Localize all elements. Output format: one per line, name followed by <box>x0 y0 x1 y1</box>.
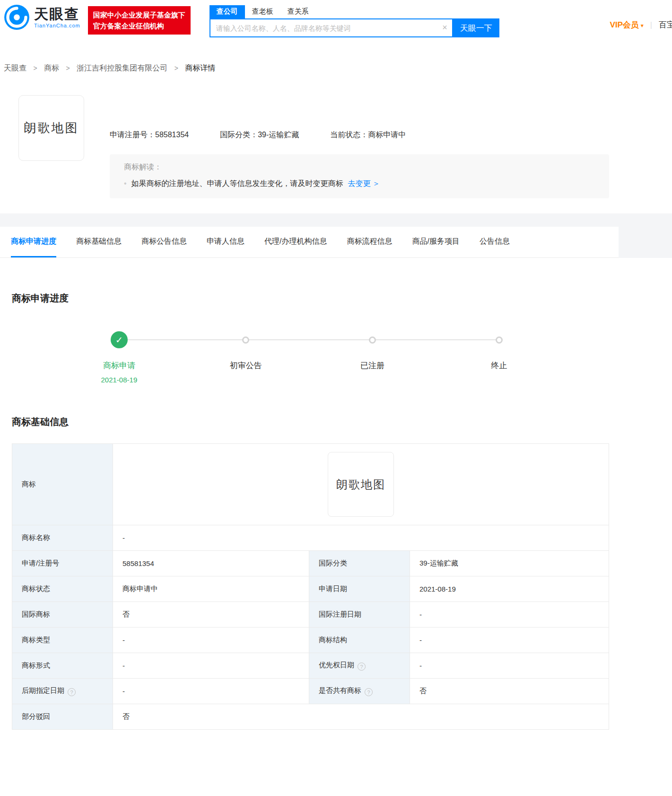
breadcrumb-separator: > <box>175 64 178 72</box>
info-label: 申请/注册号 <box>12 551 113 576</box>
info-label: 国际分类 <box>309 551 410 576</box>
table-row: 国际商标 否 国际注册日期 - <box>12 602 609 628</box>
tianyancha-logo-icon <box>4 4 30 30</box>
tab-agency-info[interactable]: 代理/办理机构信息 <box>264 227 327 257</box>
help-icon[interactable]: ? <box>365 688 373 696</box>
trademark-image[interactable]: 朗歌地图 <box>18 95 84 161</box>
info-value: 否 <box>113 602 309 628</box>
breadcrumb-current: 商标详情 <box>185 64 215 72</box>
bullet-icon: • <box>124 179 127 187</box>
clear-search-icon[interactable]: × <box>442 23 447 33</box>
vip-member-link[interactable]: VIP会员▾ <box>610 19 643 30</box>
table-row: 商标名称 - <box>12 525 609 551</box>
search-area: 查公司 查老板 查关系 × 天眼一下 <box>209 5 499 37</box>
search-button[interactable]: 天眼一下 <box>453 18 499 37</box>
info-value: - <box>410 628 609 653</box>
info-value: - <box>113 653 309 679</box>
detail-tabs: 商标申请进度 商标基础信息 商标公告信息 申请人信息 代理/办理机构信息 商标流… <box>0 227 619 258</box>
toolbox-link[interactable]: 百宝 <box>659 19 672 30</box>
table-row: 申请/注册号 58581354 国际分类 39-运输贮藏 <box>12 551 609 576</box>
timeline-step-application: ✓ 商标申请 2021-08-19 <box>56 331 183 384</box>
tab-application-progress[interactable]: 商标申请进度 <box>11 227 56 257</box>
header-divider: | <box>650 21 652 29</box>
logo-subtitle: TianYanCha.com <box>34 23 80 28</box>
info-value: - <box>410 653 609 679</box>
progress-timeline: ✓ 商标申请 2021-08-19 初审公告 已注册 终止 <box>56 331 562 384</box>
info-label: 商标形式 <box>12 653 113 679</box>
breadcrumb-home[interactable]: 天眼查 <box>4 64 26 72</box>
info-value: 否 <box>113 704 609 730</box>
info-label: 部分驳回 <box>12 704 113 730</box>
info-value: 58581354 <box>113 551 309 576</box>
table-row: 商标形式 - 优先权日期? - <box>12 653 609 679</box>
field-registration-number: 申请注册号：58581354 <box>110 130 189 140</box>
trademark-summary: 朗歌地图 申请注册号：58581354 国际分类：39-运输贮藏 当前状态：商标… <box>0 95 672 198</box>
info-label: 优先权日期? <box>309 653 410 679</box>
info-label: 国际商标 <box>12 602 113 628</box>
badge-line-1: 国家中小企业发展子基金旗下 <box>93 9 185 20</box>
timeline-step-registered: 已注册 <box>309 331 436 384</box>
tabstrip-background: 商标申请进度 商标基础信息 商标公告信息 申请人信息 代理/办理机构信息 商标流… <box>0 213 672 258</box>
tab-process-info[interactable]: 商标流程信息 <box>347 227 392 257</box>
info-label: 申请日期 <box>309 576 410 602</box>
search-tab-boss[interactable]: 查老板 <box>245 5 280 18</box>
tab-applicant-info[interactable]: 申请人信息 <box>207 227 244 257</box>
info-label: 商标 <box>12 444 113 525</box>
step-date: 2021-08-19 <box>101 376 138 384</box>
change-trademark-link[interactable]: 去变更＞ <box>348 179 380 187</box>
table-row: 部分驳回 否 <box>12 704 609 730</box>
search-bar: × 天眼一下 <box>209 18 499 37</box>
main-content: 商标申请进度 ✓ 商标申请 2021-08-19 初审公告 已注册 终止 <box>0 292 672 768</box>
breadcrumb-separator: > <box>66 64 70 72</box>
table-row: 后期指定日期? - 是否共有商标? 否 <box>12 679 609 704</box>
pending-circle-icon <box>242 336 249 344</box>
trademark-image-text: 朗歌地图 <box>24 120 79 136</box>
tab-goods-services[interactable]: 商品/服务项目 <box>412 227 459 257</box>
info-value: - <box>113 679 309 704</box>
table-row: 商标类型 - 商标结构 - <box>12 628 609 653</box>
chevron-right-icon: ＞ <box>373 179 380 187</box>
note-line: •如果商标的注册地址、申请人等信息发生变化，请及时变更商标去变更＞ <box>124 179 600 189</box>
help-icon[interactable]: ? <box>358 663 366 671</box>
search-tab-relation[interactable]: 查关系 <box>280 5 316 18</box>
trademark-image-table[interactable]: 朗歌地图 <box>328 452 394 517</box>
header-right: VIP会员▾ | 百宝 <box>610 19 672 30</box>
info-label: 商标类型 <box>12 628 113 653</box>
breadcrumb-separator: > <box>33 64 37 72</box>
table-row: 商标状态 商标申请中 申请日期 2021-08-19 <box>12 576 609 602</box>
tab-basic-info[interactable]: 商标基础信息 <box>76 227 122 257</box>
timeline-step-preliminary: 初审公告 <box>183 331 309 384</box>
tab-gazette-info[interactable]: 公告信息 <box>480 227 510 257</box>
info-value: 否 <box>410 679 609 704</box>
help-icon[interactable]: ? <box>68 688 76 696</box>
search-tab-company[interactable]: 查公司 <box>209 5 245 18</box>
certification-badge: 国家中小企业发展子基金旗下 官方备案企业征信机构 <box>88 6 191 35</box>
vip-label: VIP会员 <box>610 20 638 29</box>
caret-down-icon: ▾ <box>641 22 644 29</box>
table-row: 商标 朗歌地图 <box>12 444 609 525</box>
step-label: 终止 <box>491 360 507 371</box>
info-label: 商标结构 <box>309 628 410 653</box>
tianyancha-logo[interactable]: 天眼查 TianYanCha.com <box>4 4 80 30</box>
info-label: 商标状态 <box>12 576 113 602</box>
basic-info-table: 商标 朗歌地图 商标名称 - 申请/注册号 58581354 国际分类 39-运… <box>12 443 609 730</box>
info-value: 商标申请中 <box>113 576 309 602</box>
info-value: 朗歌地图 <box>113 444 609 525</box>
badge-line-2: 官方备案企业征信机构 <box>93 20 185 31</box>
section-title-basic-info: 商标基础信息 <box>12 416 672 428</box>
pending-circle-icon <box>369 336 376 344</box>
step-label: 商标申请 <box>103 360 135 371</box>
search-input[interactable] <box>210 19 452 36</box>
info-label: 是否共有商标? <box>309 679 410 704</box>
tab-announcement-info[interactable]: 商标公告信息 <box>141 227 187 257</box>
timeline-step-terminated: 终止 <box>436 331 562 384</box>
trademark-note: 商标解读： •如果商标的注册地址、申请人等信息发生变化，请及时变更商标去变更＞ <box>110 154 609 198</box>
info-value: - <box>113 525 609 551</box>
breadcrumb-trademark[interactable]: 商标 <box>44 64 59 72</box>
step-label: 已注册 <box>360 360 384 371</box>
info-value: 2021-08-19 <box>410 576 609 602</box>
note-title: 商标解读： <box>124 162 600 172</box>
top-header: 天眼查 TianYanCha.com 国家中小企业发展子基金旗下 官方备案企业征… <box>0 0 672 44</box>
breadcrumb: 天眼查 > 商标 > 浙江吉利控股集团有限公司 > 商标详情 <box>4 63 672 73</box>
breadcrumb-company[interactable]: 浙江吉利控股集团有限公司 <box>77 64 167 72</box>
